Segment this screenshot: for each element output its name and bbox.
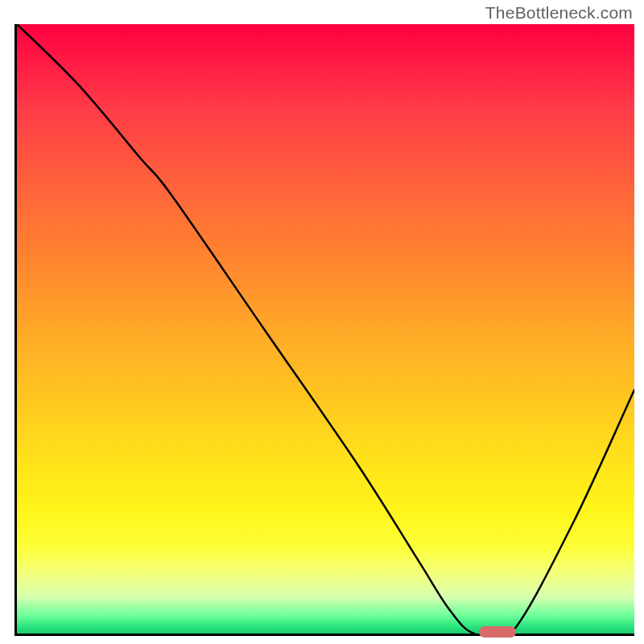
watermark-text: TheBottleneck.com — [485, 3, 633, 23]
highlight-marker — [479, 626, 517, 638]
bottleneck-curve-path — [17, 24, 634, 634]
chart-line-svg — [17, 24, 634, 634]
chart-plot-area — [14, 24, 634, 636]
